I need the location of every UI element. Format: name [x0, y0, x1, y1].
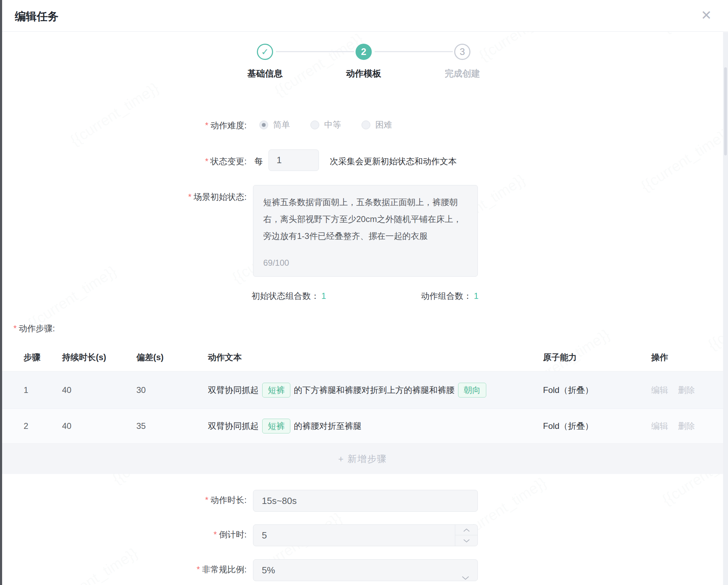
table-row: 14030双臂协同抓起短裤的下方裤腿和裤腰对折到上方的裤腿和裤腰朝向Fold（折… — [2, 371, 723, 409]
step-3-label: 完成创建 — [420, 68, 505, 79]
col-ability: 原子能力 — [543, 343, 577, 371]
radio-easy[interactable]: 简单 — [259, 119, 290, 130]
watermark-text: {{current_time}} — [67, 79, 162, 149]
col-actions: 操作 — [651, 343, 668, 371]
cell-step: 2 — [24, 409, 28, 443]
col-duration: 持续时长(s) — [62, 343, 106, 371]
steps-table-header: 步骤 持续时长(s) 偏差(s) 动作文本 原子能力 操作 — [2, 343, 723, 371]
initial-combo-count: 初始状态组合数：1 — [252, 290, 326, 302]
step-connector-1 — [276, 51, 354, 52]
radio-circle-icon — [259, 121, 268, 129]
spinner-up-button[interactable] — [455, 525, 477, 535]
step-3-circle: 3 — [454, 44, 470, 60]
action-combo-value: 1 — [474, 291, 479, 301]
unusual-rate-label: *非常规比例: — [0, 564, 247, 575]
initial-combo-value: 1 — [321, 291, 326, 301]
action-text-segment: 双臂协同抓起 — [208, 420, 259, 432]
step-connector-2 — [375, 51, 453, 52]
difficulty-radio-group: 简单 中等 困难 — [259, 119, 392, 130]
action-text-segment: 双臂协同抓起 — [208, 384, 259, 396]
watermark-text: {{current_time}} — [25, 263, 119, 332]
initial-state-text: 短裤五条数据背面朝上，五条数据正面朝上，裤腰朝右，离头部视野下方至少20cm之外… — [263, 194, 468, 245]
watermark-text: {{current_time}} — [271, 30, 366, 100]
cell-ability: Fold（折叠） — [543, 371, 593, 408]
state-change-input[interactable]: 1 — [269, 149, 319, 171]
step-2-number: 2 — [361, 47, 366, 57]
step-3-number: 3 — [459, 47, 465, 57]
duration-input[interactable]: 15s~80s — [253, 490, 478, 512]
radio-medium[interactable]: 中等 — [310, 119, 341, 130]
state-change-suffix: 次采集会更新初始状态和动作文本 — [330, 156, 457, 167]
object-tag: 短裤 — [262, 383, 290, 398]
check-icon: ✓ — [261, 47, 269, 57]
step-2-circle: 2 — [356, 44, 372, 60]
object-tag: 朝向 — [458, 383, 486, 398]
scrollbar-track[interactable] — [723, 32, 728, 585]
countdown-input[interactable]: 5 — [253, 524, 478, 546]
step-2-label: 动作模板 — [321, 68, 406, 79]
cell-action-text: 双臂协同抓起短裤的裤腰对折至裤腿 — [208, 409, 362, 443]
cell-duration: 40 — [62, 409, 72, 443]
radio-hard[interactable]: 困难 — [362, 119, 392, 130]
col-deviation: 偏差(s) — [136, 343, 164, 371]
initial-state-label: *场景初始状态: — [0, 191, 247, 203]
unusual-rate-select[interactable]: 5% — [253, 559, 478, 581]
radio-circle-icon — [362, 121, 370, 129]
dialog-title: 编辑任务 — [15, 9, 58, 24]
delete-button[interactable]: 删除 — [678, 384, 695, 396]
chevron-down-icon — [463, 538, 470, 543]
cell-deviation: 30 — [136, 371, 146, 408]
step-1-circle: ✓ — [257, 44, 273, 60]
scrollbar-thumb[interactable] — [724, 67, 727, 155]
delete-button[interactable]: 删除 — [678, 420, 695, 432]
col-step: 步骤 — [24, 343, 41, 371]
countdown-value: 5 — [262, 530, 267, 541]
steps-table: 步骤 持续时长(s) 偏差(s) 动作文本 原子能力 操作 14030双臂协同抓… — [2, 343, 723, 474]
edit-task-dialog: {{current_time}}{{current_time}}{{curren… — [0, 0, 728, 585]
cell-actions: 编辑删除 — [651, 409, 705, 443]
cell-deviation: 35 — [136, 409, 146, 443]
edit-button[interactable]: 编辑 — [651, 420, 668, 432]
duration-label: *动作时长: — [0, 494, 247, 506]
countdown-label: *倒计时: — [0, 529, 247, 540]
add-step-button[interactable]: + 新增步骤 — [338, 453, 387, 465]
spinner-down-button[interactable] — [455, 535, 477, 546]
close-icon[interactable]: ✕ — [701, 8, 712, 23]
table-row: 24035双臂协同抓起短裤的裤腰对折至裤腿Fold（折叠）编辑删除 — [2, 409, 723, 444]
action-text-segment: 的下方裤腿和裤腰对折到上方的裤腿和裤腰 — [294, 384, 455, 396]
cell-duration: 40 — [62, 371, 72, 408]
difficulty-label: *动作难度: — [0, 120, 247, 131]
action-combo-count: 动作组合数：1 — [421, 290, 479, 302]
number-spinner — [455, 525, 477, 546]
dialog-header: 编辑任务 ✕ — [2, 0, 728, 32]
table-footer: + 新增步骤 — [2, 444, 723, 474]
initial-state-textarea[interactable]: 短裤五条数据背面朝上，五条数据正面朝上，裤腰朝右，离头部视野下方至少20cm之外… — [253, 185, 478, 277]
char-counter: 69/100 — [263, 254, 289, 271]
cell-action-text: 双臂协同抓起短裤的下方裤腿和裤腰对折到上方的裤腿和裤腰朝向 — [208, 371, 490, 408]
unusual-rate-value: 5% — [262, 565, 275, 575]
object-tag: 短裤 — [262, 419, 290, 433]
action-steps-label: *动作步骤: — [13, 323, 55, 334]
step-1-label: 基础信息 — [223, 68, 307, 79]
state-change-prefix: 每 — [254, 156, 263, 167]
watermark-text: {{current_time}} — [638, 125, 728, 195]
edit-button[interactable]: 编辑 — [651, 384, 668, 396]
cell-ability: Fold（折叠） — [543, 409, 593, 443]
col-text: 动作文本 — [208, 343, 242, 371]
cell-actions: 编辑删除 — [651, 371, 705, 408]
combo-counts: 初始状态组合数：1 动作组合数：1 — [252, 290, 479, 302]
cell-step: 1 — [24, 371, 28, 408]
state-change-label: *状态变更: — [0, 156, 247, 167]
action-text-segment: 的裤腰对折至裤腿 — [294, 420, 362, 432]
select-chevron-down-icon — [461, 567, 470, 585]
chevron-up-icon — [463, 528, 470, 532]
radio-circle-icon — [310, 121, 319, 129]
